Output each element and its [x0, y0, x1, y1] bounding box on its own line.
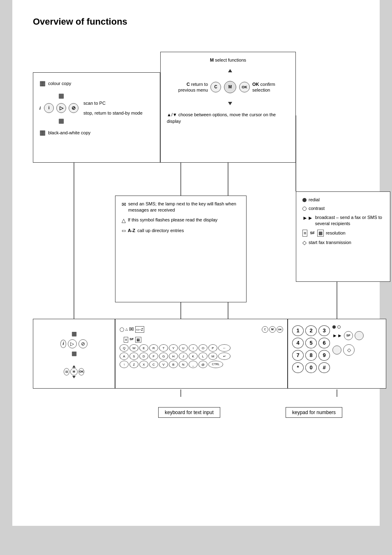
key-at[interactable]: @ [198, 361, 208, 368]
key-9[interactable]: 9 [318, 350, 330, 361]
key-j[interactable]: J [179, 352, 188, 360]
redial-label: redial [309, 197, 320, 203]
key-o[interactable]: O [198, 344, 208, 352]
key-y[interactable]: Y [169, 344, 178, 352]
bottom-left-panel: ▦ i ▷ ⊘ ▦ ▤ M [33, 319, 115, 389]
key-d[interactable]: D [139, 352, 148, 360]
center-mid-panel: ✉ send an SMS; the lamp next to the key … [115, 196, 247, 302]
nav-description: ▲/▼ choose between options, move the cur… [167, 112, 289, 124]
key-n[interactable]: N [179, 361, 188, 368]
key-r[interactable]: R [149, 344, 158, 352]
keyboard-row-3: ↑ Z X C V B N _ @ CTRL [120, 361, 283, 368]
key-0[interactable]: 0 [305, 362, 317, 373]
key-b[interactable]: B [169, 361, 178, 368]
key-k[interactable]: K [189, 352, 198, 360]
key-hash[interactable]: # [318, 362, 330, 373]
key-shift[interactable]: ↑ [120, 361, 129, 368]
bw-copy-label: black-and-white copy [48, 130, 90, 136]
key-5[interactable]: 5 [305, 338, 317, 348]
key-3[interactable]: 3 [318, 325, 330, 336]
symbol-desc: If this symbol flashes please read the d… [128, 217, 217, 223]
key-t[interactable]: T [159, 344, 168, 352]
key-g[interactable]: G [159, 352, 168, 360]
key-space[interactable]: _ [189, 361, 198, 368]
key-s[interactable]: S [129, 352, 138, 360]
bottom-center-panel: ◯ △ ✉ ▭-Z C M OK ≡ SF ▦ [115, 319, 288, 389]
broadcast-label: broadcast – send a fax or SMS to several… [315, 214, 384, 227]
resolution-label: resolution [326, 230, 346, 236]
keyboard-row-1: Q W E R T Y U I O P ← [120, 344, 283, 352]
keyboard-label: keyboard for text input [158, 407, 220, 418]
key-c[interactable]: C [149, 361, 158, 368]
directory-desc: call up directory entries [137, 228, 184, 234]
key-backspace[interactable]: ← [218, 344, 231, 352]
key-x[interactable]: X [139, 361, 148, 368]
scan-to-pc-label: scan to PC [83, 99, 143, 107]
key-q[interactable]: Q [120, 344, 129, 352]
key-7[interactable]: 7 [292, 350, 304, 361]
key-l[interactable]: L [198, 352, 208, 360]
key-e[interactable]: E [139, 344, 148, 352]
key-4[interactable]: 4 [292, 338, 304, 348]
key-h[interactable]: H [169, 352, 178, 360]
key-f[interactable]: F [149, 352, 158, 360]
contrast-label: contrast [309, 205, 325, 212]
m-key-desc: select functions [215, 58, 246, 62]
left-panel-box: ▦ colour copy ▦ i i ▷ ⊘ ▦ [33, 72, 160, 163]
keypad-label: keypad for numbers [286, 407, 342, 418]
key-z[interactable]: Z [129, 361, 138, 368]
center-top-panel: M select functions C return to previous … [160, 52, 296, 163]
key-2[interactable]: 2 [305, 325, 317, 336]
key-ctrl[interactable]: CTRL [208, 361, 223, 368]
key-1[interactable]: 1 [292, 325, 304, 336]
c-key-desc: return to previous menu [178, 82, 208, 92]
right-panel: redial contrast ►► broadcast – send a fa… [296, 191, 390, 282]
key-m[interactable]: M [208, 352, 217, 360]
page-title: Overview of functions [33, 16, 359, 27]
key-v[interactable]: V [159, 361, 168, 368]
m-key-label: M [210, 58, 214, 62]
key-i[interactable]: I [189, 344, 198, 352]
key-p[interactable]: P [208, 344, 217, 352]
colour-copy-label: colour copy [48, 81, 71, 87]
key-w[interactable]: W [129, 344, 138, 352]
keypad-grid: 1 2 3 4 5 6 7 8 9 * 0 # [292, 325, 330, 373]
start-fax-label: start fax transmission [309, 240, 351, 246]
stop-return-label: stop, return to stand-by mode [83, 109, 143, 117]
key-star[interactable]: * [292, 362, 304, 373]
bottom-right-panel: 1 2 3 4 5 6 7 8 9 * 0 # [288, 319, 386, 389]
keyboard-row-2: A S D F G H J K L M ↵ [120, 352, 283, 360]
key-8[interactable]: 8 [305, 350, 317, 361]
key-u[interactable]: U [179, 344, 188, 352]
key-6[interactable]: 6 [318, 338, 330, 348]
key-a[interactable]: A [120, 352, 129, 360]
sms-desc: send an SMS; the lamp next to the key wi… [128, 201, 240, 214]
key-enter[interactable]: ↵ [218, 352, 231, 360]
